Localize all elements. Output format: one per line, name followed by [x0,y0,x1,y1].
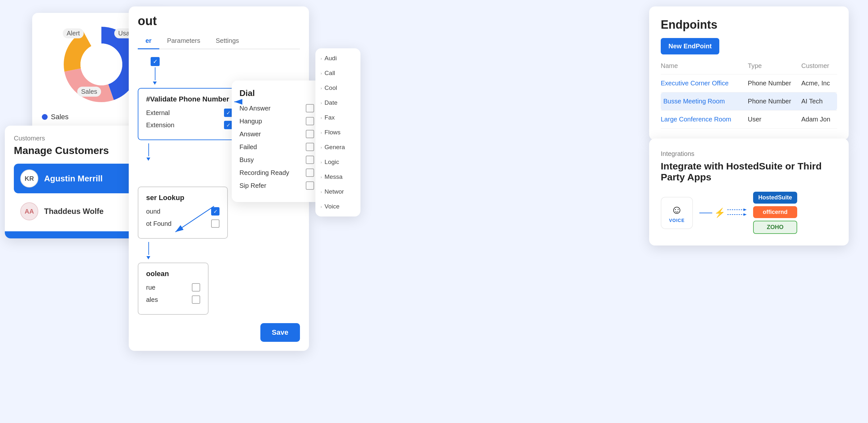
dial-failed-checkbox[interactable] [306,143,314,151]
avatar-aa: AA [20,202,38,220]
lookup-row-found: ound ✓ [146,207,219,216]
arrow-tip-3 [147,256,150,259]
chevron-icon-logic: › [320,160,322,165]
integrations-label: Integrations [661,150,837,158]
ep-col-name: Name [661,62,748,75]
voice-face-emoji: ☺ [671,203,683,217]
validate-title: #Validate Phone Number [146,95,232,104]
arrow-tip-1 [153,82,157,85]
lookup-found-label: ound [146,208,161,215]
arrow-down-3-area [144,242,300,259]
lookup-row-notfound: ot Found [146,219,219,228]
nav-item-voice[interactable]: › Voice [315,199,361,214]
nav-item-call[interactable]: › Call [315,66,361,81]
boolean-title: oolean [146,270,200,278]
tab-settings[interactable]: Settings [208,33,247,49]
nav-item-genera[interactable]: › Genera [315,140,361,154]
arrow-down-2 [148,143,149,156]
nav-item-fax[interactable]: › Fax [315,110,361,125]
validate-row-external: External ✓ [146,109,232,117]
table-row: Executive Corner Office Phone Number Acm… [661,75,837,92]
chevron-icon-date: › [320,101,322,105]
dial-title: Dial [240,88,314,98]
integrations-right-logos: HostedSuite officernd ZOHO [753,192,797,234]
user-lookup-box: ser Lookup ound ✓ ot Found [138,187,228,239]
top-checkbox[interactable]: ✓ [151,57,160,66]
endpoints-table: Name Type Customer Executive Corner Offi… [661,62,837,129]
nav-item-cool[interactable]: › Cool [315,81,361,95]
dial-row-failed: Failed [240,143,314,151]
lookup-notfound-label: ot Found [146,220,172,227]
dotted-arrows-svg [727,206,747,219]
ep-name-1[interactable]: Busse Meeting Room [661,92,748,111]
nav-item-logic[interactable]: › Logic [315,154,361,169]
dial-card: Dial No Answer Hangup Answer Failed Busy… [232,81,322,202]
ep-col-type: Type [748,62,801,75]
nav-item-messa[interactable]: › Messa [315,169,361,184]
boolean-false-label: ales [146,296,158,304]
validate-external-checkbox[interactable]: ✓ [224,109,232,117]
tab-trigger[interactable]: er [138,33,159,49]
nav-item-flows[interactable]: › Flows [315,125,361,140]
nav-label-networ: Networ [324,188,344,195]
boolean-box: oolean rue ales [138,262,209,315]
dial-recording-ready-label: Recording Ready [240,169,289,176]
lookup-found-checkbox[interactable]: ✓ [211,207,219,216]
ep-customer-2: Adam Jon [801,111,837,129]
table-row: Busse Meeting Room Phone Number AI Tech [661,92,837,111]
boolean-row-false: ales [146,295,200,304]
lightning-icon: ⚡ [714,207,725,218]
save-button[interactable]: Save [260,323,300,342]
boolean-false-checkbox[interactable] [192,295,200,304]
customer-name-0: Agustin Merrill [44,174,103,184]
dial-noanswer-label: No Answer [240,105,271,112]
dial-row-answer: Answer [240,130,314,138]
lookup-title: ser Lookup [146,194,219,202]
boolean-true-label: rue [146,284,155,291]
nav-label-cool: Cool [324,84,337,91]
table-row: Large Conference Room User Adam Jon [661,111,837,129]
nav-label-fax: Fax [324,114,335,121]
dial-busy-checkbox[interactable] [306,156,314,164]
dial-busy-label: Busy [240,156,254,164]
new-endpoint-button[interactable]: New EndPoint [661,38,719,54]
officernd-badge: officernd [753,206,797,218]
dial-hangup-checkbox[interactable] [306,117,314,125]
nav-item-date[interactable]: › Date [315,95,361,110]
endpoints-title: Endpoints [661,18,837,32]
nav-item-audi[interactable]: › Audi [315,51,361,66]
validate-extension-checkbox[interactable]: ✓ [224,121,232,129]
integrations-card: Integrations Integrate with HostedSuite … [649,139,849,246]
dial-answer-label: Answer [240,131,261,138]
chevron-icon-cool: › [320,86,322,90]
dial-row-busy: Busy [240,156,314,164]
lookup-notfound-checkbox[interactable] [211,219,219,228]
validate-extension-label: Extension [146,121,175,129]
nav-label-logic: Logic [324,159,339,166]
dial-row-noanswer: No Answer [240,104,314,112]
nav-menu-card: › Audi › Call › Cool › Date › Fax › Flow… [315,48,361,217]
nav-item-networ[interactable]: › Networ [315,184,361,199]
validate-external-label: External [146,109,169,117]
ep-name-0[interactable]: Executive Corner Office [661,75,748,92]
nav-label-call: Call [324,69,335,77]
chevron-icon-fax: › [320,115,322,120]
nav-label-date: Date [324,99,337,106]
dash-line-decoration [700,213,712,213]
dial-recording-ready-checkbox[interactable] [306,168,314,177]
boolean-row-true: rue [146,283,200,291]
nav-label-audi: Audi [324,55,337,62]
dial-row-recording-ready: Recording Ready [240,168,314,177]
nav-label-voice: Voice [324,203,339,210]
dial-answer-checkbox[interactable] [306,130,314,138]
dial-noanswer-checkbox[interactable] [306,104,314,112]
integrations-logos: ☺ VOICE ⚡ HostedSuite officernd ZOHO [661,192,837,234]
boolean-true-checkbox[interactable] [192,283,200,291]
tab-parameters[interactable]: Parameters [159,33,208,49]
ep-col-customer: Customer [801,62,837,75]
dial-siprefer-checkbox[interactable] [306,181,314,190]
workflow-tabs: er Parameters Settings [138,33,300,49]
integrations-title: Integrate with HostedSuite or Third Part… [661,161,837,183]
chart-alert-label: Alert [63,28,84,38]
ep-name-2[interactable]: Large Conference Room [661,111,748,129]
